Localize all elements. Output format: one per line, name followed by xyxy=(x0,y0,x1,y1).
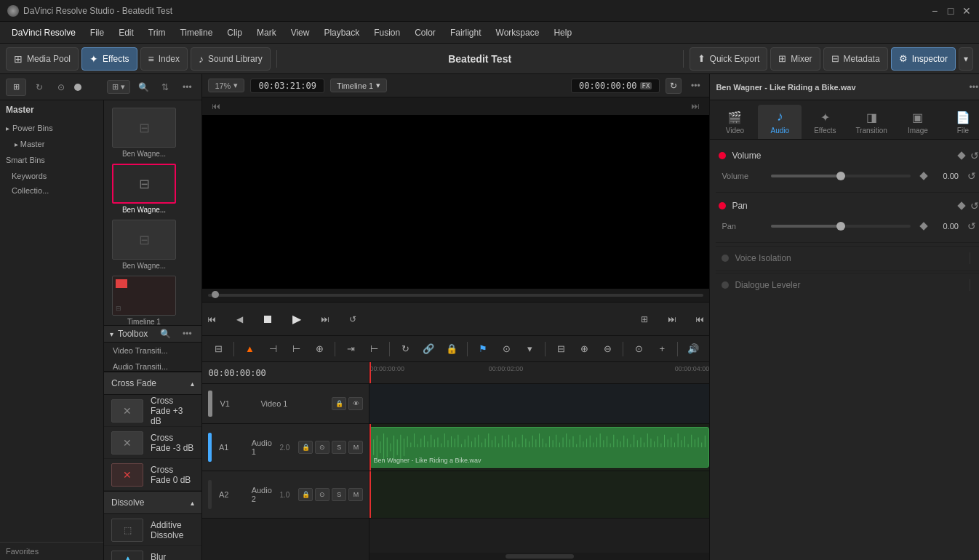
history-button[interactable]: ⊙ xyxy=(52,79,70,96)
preview-to-end-button[interactable]: ⏭ xyxy=(687,98,703,114)
clip-thumbnail-1[interactable]: ⊟ Ben Wagne... xyxy=(111,108,177,158)
sort-button[interactable]: ⇅ xyxy=(156,79,174,96)
trim-in-button[interactable]: ⊣ xyxy=(263,340,283,359)
cross-fade-header[interactable]: Cross Fade ▴ xyxy=(104,372,201,395)
menu-color[interactable]: Color xyxy=(409,25,441,41)
volume-value-keyframe[interactable] xyxy=(919,172,927,180)
speaker-button[interactable]: 🔊 xyxy=(683,340,703,359)
zoom-in-button[interactable]: ⊕ xyxy=(574,340,594,359)
toolbox-more-button[interactable]: ••• xyxy=(178,326,196,342)
volume-active-dot[interactable] xyxy=(719,152,726,159)
a1-lock-button[interactable]: 🔒 xyxy=(298,441,313,454)
additive-dissolve-item[interactable]: ⬚ Additive Dissolve xyxy=(104,514,201,546)
pan-reset-button[interactable]: ↺ xyxy=(970,200,979,212)
blur-dissolve-item[interactable]: 💧 Blur Dissolve xyxy=(104,546,201,560)
effects-button[interactable]: ✦ Effects xyxy=(81,47,137,71)
dialogue-leveler-section[interactable]: Dialogue Leveler xyxy=(716,273,979,296)
color-flag-dropdown[interactable]: ▾ xyxy=(519,340,540,359)
a2-m-button[interactable]: M xyxy=(348,488,363,501)
lock-button[interactable]: 🔒 xyxy=(441,340,462,359)
media-pool-button[interactable]: ⊞ Media Pool xyxy=(6,47,79,71)
flag-button[interactable]: ⚑ xyxy=(473,340,493,359)
dissolve-header[interactable]: Dissolve ▴ xyxy=(104,491,201,514)
volume-slider[interactable] xyxy=(771,175,911,177)
smart-bins-section[interactable]: Smart Bins xyxy=(0,151,103,169)
metadata-button[interactable]: ⊟ Metadata xyxy=(823,47,888,71)
volume-slider-thumb[interactable] xyxy=(836,172,845,180)
menu-clip[interactable]: Clip xyxy=(221,25,248,41)
reverse-button[interactable]: ◀ xyxy=(230,310,249,329)
volume-section-header[interactable]: Volume ↺ xyxy=(716,145,979,166)
pan-slider-thumb[interactable] xyxy=(836,222,845,231)
link-button[interactable]: ↻ xyxy=(31,79,48,96)
audio-btn[interactable]: ⏮ xyxy=(690,310,709,329)
a2-camera-button[interactable]: ⊙ xyxy=(315,488,329,501)
menu-timeline[interactable]: Timeline xyxy=(174,25,218,41)
menu-view[interactable]: View xyxy=(285,25,316,41)
cross-fade-neg3db-item[interactable]: ✕ Cross Fade -3 dB xyxy=(104,427,201,459)
a2-lock-button[interactable]: 🔒 xyxy=(298,488,313,501)
dialogue-leveler-dot[interactable] xyxy=(722,281,729,289)
tab-effects[interactable]: ✦ Effects xyxy=(803,106,847,139)
link-button[interactable]: 🔗 xyxy=(418,340,439,359)
track-dest-button[interactable]: ⊟ xyxy=(208,340,228,359)
menu-playback[interactable]: Playback xyxy=(318,25,365,41)
menu-file[interactable]: File xyxy=(84,25,110,41)
menu-fusion[interactable]: Fusion xyxy=(368,25,406,41)
loop-button[interactable]: ↺ xyxy=(343,310,362,329)
tab-transition[interactable]: ◨ Transition xyxy=(848,106,895,139)
a1-audio-clip[interactable]: Ben Wagner - Like Riding a Bike.wav xyxy=(369,427,709,468)
sync-button[interactable]: ↻ xyxy=(666,78,682,94)
volume-value-reset[interactable]: ↺ xyxy=(967,170,976,182)
in-out-button[interactable]: ⊞ xyxy=(635,310,654,329)
a1-s-button[interactable]: S xyxy=(332,441,346,454)
overwrite-button[interactable]: ⊢ xyxy=(364,340,384,359)
preview-more-button[interactable]: ••• xyxy=(687,78,703,94)
clip-thumbnail-2[interactable]: ⊟ Ben Wagne... xyxy=(111,164,177,214)
timeline-thumbnail[interactable]: ⊟ Timeline 1 xyxy=(111,276,177,326)
cross-fade-3db-item[interactable]: ✕ Cross Fade +3 dB xyxy=(104,395,201,427)
color-flag-button[interactable]: ⊙ xyxy=(496,340,516,359)
search-button[interactable]: 🔍 xyxy=(135,79,152,96)
scrollbar-thumb[interactable] xyxy=(506,554,573,559)
tab-file[interactable]: 📄 File xyxy=(941,106,979,139)
plus-button[interactable]: + xyxy=(652,340,672,359)
tab-audio[interactable]: ♪ Audio xyxy=(758,105,802,139)
clip-thumbnail-3[interactable]: ⊟ Ben Wagne... xyxy=(111,220,177,270)
timeline-scrollbar[interactable] xyxy=(369,553,709,560)
audio-transitions-item[interactable]: Audio Transiti... xyxy=(104,359,201,371)
collections-item[interactable]: Collectio... xyxy=(0,183,103,198)
selection-tool-button[interactable]: ▲ xyxy=(239,340,260,359)
scrub-handle[interactable] xyxy=(212,291,219,298)
menu-mark[interactable]: Mark xyxy=(251,25,282,41)
prev-frame-button[interactable]: ⏮ xyxy=(202,310,221,329)
preview-scrubber[interactable] xyxy=(202,289,709,302)
play-button[interactable]: ▶ xyxy=(287,309,307,329)
pan-value-reset[interactable]: ↺ xyxy=(967,220,976,232)
menu-workspace[interactable]: Workspace xyxy=(490,25,546,41)
menu-edit[interactable]: Edit xyxy=(113,25,140,41)
razor-button[interactable]: ⊕ xyxy=(309,340,329,359)
a2-s-button[interactable]: S xyxy=(332,488,346,501)
tab-video[interactable]: 🎬 Video xyxy=(713,106,756,139)
preview-zoom-button[interactable]: 17% ▾ xyxy=(208,79,244,92)
v1-lock-button[interactable]: 🔒 xyxy=(332,397,346,410)
maximize-button[interactable]: □ xyxy=(946,6,956,16)
pan-value-keyframe[interactable] xyxy=(919,222,927,230)
toolbox-search-button[interactable]: 🔍 xyxy=(156,326,174,342)
view-mode-button[interactable]: ⊞ ▾ xyxy=(107,80,130,94)
master-sub-item[interactable]: ▸ Master xyxy=(0,137,103,151)
timeline-selector[interactable]: Timeline 1 ▾ xyxy=(330,79,387,92)
menu-help[interactable]: Help xyxy=(548,25,578,41)
mixer-button[interactable]: ⊞ Mixer xyxy=(770,47,820,71)
cross-fade-0db-item[interactable]: ✕ Cross Fade 0 dB xyxy=(104,459,201,491)
menu-fairlight[interactable]: Fairlight xyxy=(444,25,487,41)
volume-keyframe-button[interactable] xyxy=(957,151,965,159)
pan-section-header[interactable]: Pan ↺ xyxy=(716,196,979,216)
voice-isolation-section[interactable]: Voice Isolation xyxy=(716,246,979,269)
v1-eye-button[interactable]: 👁 xyxy=(348,397,363,410)
pan-keyframe-button[interactable] xyxy=(957,201,965,209)
minimize-button[interactable]: − xyxy=(930,6,940,16)
more-button[interactable]: ••• xyxy=(178,79,196,96)
menu-davinci[interactable]: DaVinci Resolve xyxy=(6,25,81,41)
